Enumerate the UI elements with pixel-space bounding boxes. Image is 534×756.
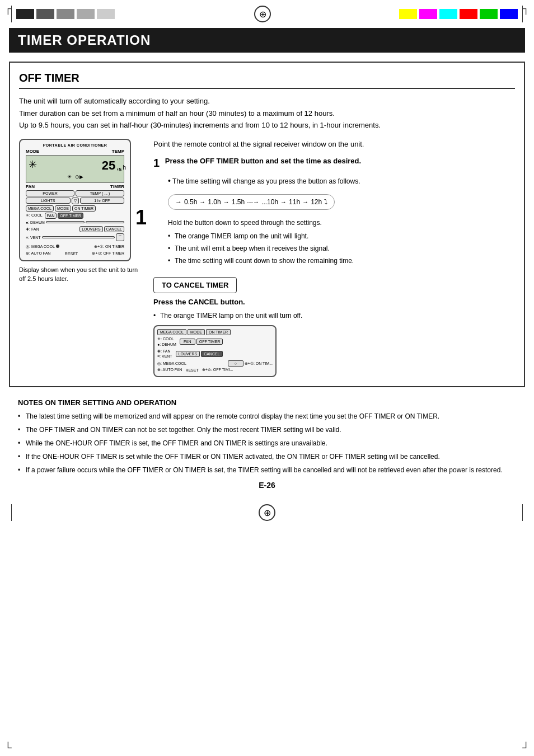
remote-display: ✳ 25 ,5 h ☀ ⊙▶ — [26, 155, 124, 183]
cancel-title: Press the CANCEL button. — [153, 298, 515, 306]
footer-reset: RESET — [65, 252, 78, 256]
bottom-right — [520, 504, 525, 521]
rc-circle-btn: ○ — [228, 360, 243, 367]
arr1: → — [199, 199, 205, 205]
lights-btn[interactable]: LIGHTS — [26, 198, 71, 204]
registration-mark-bottom: ⊕ — [259, 504, 275, 521]
notes-section: NOTES ON TIMER SETTING AND OPERATION The… — [18, 398, 516, 475]
footer-auto-fan: ⊕: AUTO FAN — [26, 251, 50, 256]
bottom-bar: ⊕ — [0, 499, 534, 527]
timer-11h: 11h — [289, 198, 300, 206]
legend-vent: ≡: VENT — [26, 236, 41, 240]
rc-auto-fan: ⊕: AUTO FAN — [157, 368, 182, 372]
cancel-bullet: The orange TIMER lamp on the unit will t… — [153, 311, 515, 321]
arr5: → — [302, 199, 308, 205]
display-temp: 25 — [102, 158, 115, 172]
rb-row-7: ≡: VENT ⌒ — [26, 233, 124, 241]
timer-1.5h: 1.5h — [232, 198, 245, 206]
off-timer-title: OFF TIMER — [19, 72, 515, 89]
mode-btn[interactable]: MODE — [55, 205, 71, 212]
rb-row-4: ✳: COOL FAN OFF TIMER — [26, 213, 124, 219]
notes-title: NOTES ON TIMER SETTING AND OPERATION — [18, 398, 516, 407]
rc-mode: MODE — [188, 329, 205, 335]
temp-btn[interactable]: TEMP ( ... ) — [76, 190, 124, 196]
corner-mark-bl: └ — [4, 743, 12, 753]
rc-reset: RESET — [185, 368, 198, 372]
top-bar: ⊕ — [0, 0, 534, 28]
bullet-list: The orange TIMER lamp on the unit will l… — [153, 231, 515, 266]
left-column: PORTABLE AIR CONDITIONER MODE TEMP ✳ 25 — [19, 139, 142, 378]
remote-top-labels: MODE TEMP — [24, 149, 127, 154]
bottom-divider-left — [11, 504, 12, 521]
rc-on-timer2: ⊕+①: ON TIM... — [245, 361, 273, 366]
bottom-divider-right — [522, 504, 523, 521]
color-block-1 — [16, 9, 34, 19]
timer-seq-wrapper: → 0.5h → 1.0h → 1.5h ---→ ...10h → 11h →… — [153, 190, 515, 214]
rb-row-3: MEGA COOL MODE ON TIMER — [26, 205, 124, 212]
note-5: If a power failure occurs while the OFF … — [18, 465, 516, 475]
footer-on-timer: ⊕+①: ON TIMER — [94, 245, 124, 249]
footer-off-timer: ⊕+⊙: OFF TIMER — [92, 251, 124, 256]
cancel-btn2[interactable]: CANCEL — [104, 226, 124, 232]
rc-cancel-highlight[interactable]: CANCEL — [201, 351, 222, 357]
content-columns: PORTABLE AIR CONDITIONER MODE TEMP ✳ 25 — [19, 139, 515, 378]
main-content: OFF TIMER The unit will turn off automat… — [9, 62, 525, 490]
timer-sequence: → 0.5h → 1.0h → 1.5h ---→ ...10h → 11h →… — [168, 194, 335, 210]
corner-mark-br: ┘ — [522, 743, 530, 753]
rc-row1: MEGA COOL MODE ON TIMER — [157, 329, 273, 335]
intro-line-2: Timer duration can be set from a minimum… — [19, 108, 515, 119]
color-block-b — [500, 9, 518, 19]
temp-label: TEMP — [112, 149, 124, 154]
corner-mark-tl: ┌ — [4, 3, 12, 13]
arrow-end: ⤵ — [324, 198, 327, 206]
rc-legend2: ✚: FAN≡: VENT — [157, 349, 172, 360]
color-block-3 — [57, 9, 74, 19]
display-icon-sun: ☀ — [67, 174, 72, 180]
notes-list: The latest time setting will be memorize… — [18, 411, 516, 475]
arr2: → — [223, 199, 229, 205]
rc-louvers: LOUVERS — [176, 351, 200, 357]
fan-timer-labels: FAN TIMER — [24, 184, 127, 189]
bottom-center: ⊕ — [14, 504, 520, 521]
registration-mark-top: ⊕ — [254, 6, 271, 22]
rc-off-timer2: ⊕+⊙: OFF TIMI... — [202, 368, 233, 372]
arrow-start: → — [175, 198, 182, 206]
timer-10h: ...10h — [261, 198, 278, 206]
rb-placeholder2 — [86, 221, 124, 223]
note-3: While the ONE-HOUR OFF TIMER is set, the… — [18, 438, 516, 448]
page-title: TIMER OPERATION — [18, 32, 516, 48]
on-timer-btn[interactable]: ON TIMER — [72, 205, 96, 212]
top-center-symbol: ⊕ — [126, 6, 399, 22]
off-timer-btn[interactable]: OFF TIMER — [58, 213, 83, 219]
note-4: If the ONE-HOUR OFF TIMER is set while t… — [18, 452, 516, 462]
right-column: Point the remote control at the signal r… — [153, 139, 515, 378]
step1-sub: • The time setting will change as you pr… — [153, 176, 515, 185]
legend-fan: ✚: FAN — [26, 227, 39, 232]
rc-fan: FAN — [180, 339, 195, 345]
intro-line-3: Up to 9.5 hours, you can set in half-hou… — [19, 120, 515, 131]
mega-cool-btn[interactable]: MEGA COOL — [26, 205, 54, 212]
point-text: Point the remote control at the signal r… — [153, 139, 515, 150]
fan-btn2[interactable]: FAN — [45, 213, 57, 219]
footer-mega-cool: ◎: MEGA COOL — [26, 245, 59, 249]
color-blocks-right — [399, 9, 518, 19]
display-icons-row: ☀ ⊙▶ — [67, 174, 83, 180]
rb-row-5: ●: DEHUM — [26, 220, 124, 226]
louvers-btn[interactable]: LOUVERS — [79, 226, 102, 232]
rb-row-6: ✚: FAN LOUVERS CANCEL — [26, 226, 124, 232]
note-2: The OFF TIMER and ON TIMER can not be se… — [18, 425, 516, 435]
remote-brand: PORTABLE AIR CONDITIONER — [24, 143, 127, 147]
legend-dehum: ●: DEHUM — [26, 220, 45, 226]
rc-mega-cool: MEGA COOL — [157, 329, 186, 335]
hold-text: Hold the button down to speed through th… — [153, 219, 515, 227]
timer-0.5h: 0.5h — [184, 198, 197, 206]
rc-row2: ✳: COOL●: DEHUM FAN OFF TIMER — [157, 336, 273, 348]
power-btn[interactable]: POWER — [26, 190, 74, 196]
color-block-y — [399, 9, 417, 19]
rc-mega-cool2: ◎: MEGA COOL — [157, 361, 186, 366]
color-block-2 — [36, 9, 54, 19]
timer-12h: 12h — [311, 198, 322, 206]
page-header: TIMER OPERATION — [9, 28, 525, 53]
display-star: ✳ — [29, 158, 37, 171]
intro-line-1: The unit will turn off automatically acc… — [19, 96, 515, 107]
